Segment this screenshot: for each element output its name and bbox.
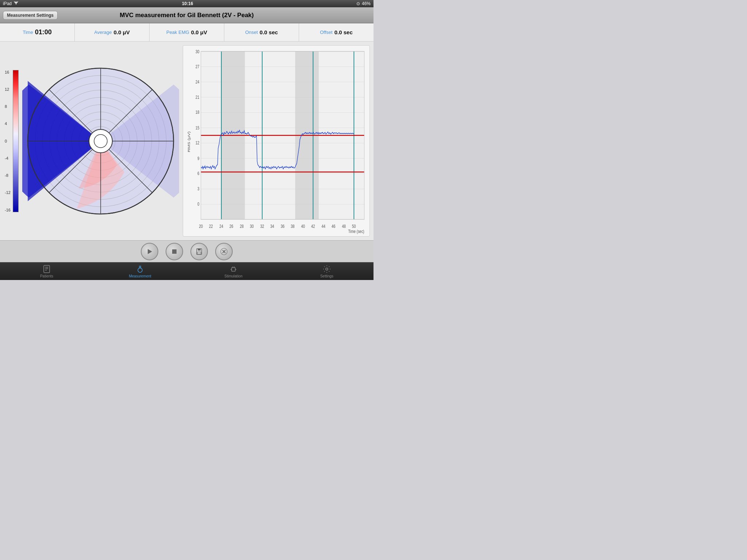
svg-text:22: 22	[209, 224, 213, 229]
carrier-label: iPad	[3, 1, 12, 6]
svg-text:44: 44	[321, 224, 325, 229]
stop-button[interactable]	[166, 243, 183, 260]
svg-marker-67	[148, 249, 152, 254]
transport-controls	[0, 240, 374, 262]
status-bar: iPad 10:16 ⊙ 46%	[0, 0, 374, 7]
scale-label-8: 8	[5, 104, 11, 109]
tab-measurement[interactable]: Measurement	[93, 262, 187, 280]
tab-patients-label: Patients	[40, 274, 53, 278]
svg-text:40: 40	[301, 224, 305, 229]
tab-stimulation-label: Stimulation	[224, 274, 242, 278]
svg-text:Time (sec): Time (sec)	[348, 229, 364, 234]
status-bar-left: iPad	[3, 1, 19, 6]
play-button[interactable]	[141, 243, 158, 260]
svg-rect-80	[232, 268, 235, 271]
svg-text:28: 28	[240, 224, 244, 229]
battery-percent: 46%	[362, 1, 371, 6]
stat-offset: Offset 0.0 sec	[299, 23, 374, 41]
svg-rect-75	[44, 265, 50, 273]
scale-label-12: 12	[5, 87, 11, 92]
scale-label-4: 4	[5, 121, 11, 126]
color-scale: 16 12 8 4 0 -4 -8 -12 -16	[4, 63, 19, 219]
stat-peak-emg-label: Peak EMG	[166, 30, 189, 35]
color-scale-bar	[13, 70, 19, 212]
svg-text:46: 46	[332, 224, 336, 229]
tab-patients[interactable]: Patients	[0, 262, 93, 280]
emg-chart: 30 27 24 21 18 15 12 9 6 3 0 20 22 24 26…	[187, 49, 366, 234]
svg-text:21: 21	[196, 94, 200, 100]
stat-peak-emg: Peak EMG 0.0 μV	[150, 23, 224, 41]
svg-text:18: 18	[196, 110, 200, 115]
time-display: 10:16	[182, 1, 193, 6]
stat-offset-label: Offset	[320, 30, 332, 35]
settings-icon	[322, 265, 331, 273]
right-panel: 30 27 24 21 18 15 12 9 6 3 0 20 22 24 26…	[183, 45, 370, 237]
svg-text:20: 20	[199, 224, 203, 229]
stat-time-value: 01:00	[35, 28, 52, 36]
svg-text:6: 6	[197, 171, 199, 176]
svg-text:48: 48	[342, 224, 346, 229]
scale-label-16: 16	[5, 70, 11, 74]
svg-text:3: 3	[197, 186, 199, 191]
tab-settings-label: Settings	[320, 274, 333, 278]
scale-label-0: 0	[5, 139, 11, 143]
save-button[interactable]	[190, 243, 208, 260]
svg-text:38: 38	[291, 224, 295, 229]
stat-onset: Onset 0.0 sec	[224, 23, 299, 41]
tab-measurement-label: Measurement	[129, 274, 151, 278]
svg-text:34: 34	[270, 224, 274, 229]
stat-average: Average 0.0 μV	[75, 23, 150, 41]
svg-rect-71	[197, 252, 201, 254]
svg-text:36: 36	[280, 224, 285, 229]
close-button[interactable]	[215, 243, 233, 260]
wifi-icon	[13, 1, 19, 6]
scale-label-n8: -8	[5, 173, 11, 178]
scale-label-n4: -4	[5, 156, 11, 160]
nav-bar: Measurement Settings MVC measurement for…	[0, 7, 374, 23]
svg-point-79	[138, 268, 142, 272]
svg-text:30: 30	[250, 224, 254, 229]
tab-bar: Patients Measurement Stimulation Setting…	[0, 262, 374, 280]
svg-text:24: 24	[196, 79, 200, 85]
patients-icon	[42, 265, 51, 273]
measurement-icon	[136, 265, 144, 273]
stat-time: Time 01:00	[0, 23, 75, 41]
stat-offset-value: 0.0 sec	[334, 29, 353, 35]
status-bar-right: ⊙ 46%	[356, 1, 371, 6]
svg-text:15: 15	[196, 125, 200, 130]
svg-text:RMS (μV): RMS (μV)	[187, 131, 190, 152]
svg-rect-70	[198, 249, 201, 250]
svg-text:9: 9	[197, 156, 199, 161]
svg-text:12: 12	[196, 140, 200, 145]
svg-text:0: 0	[197, 201, 199, 206]
battery-icon: ⊙	[356, 1, 360, 6]
tab-stimulation[interactable]: Stimulation	[187, 262, 280, 280]
svg-rect-68	[172, 249, 177, 254]
scale-label-n16: -16	[5, 208, 11, 212]
svg-text:42: 42	[311, 224, 315, 229]
svg-text:24: 24	[219, 224, 223, 229]
stat-onset-label: Onset	[245, 30, 258, 35]
svg-text:27: 27	[196, 64, 200, 69]
tab-settings[interactable]: Settings	[280, 262, 374, 280]
stat-average-value: 0.0 μV	[113, 29, 129, 35]
main-content: 16 12 8 4 0 -4 -8 -12 -16	[0, 42, 374, 240]
svg-text:30: 30	[196, 49, 200, 54]
stimulation-icon	[229, 265, 238, 273]
svg-text:32: 32	[260, 224, 264, 229]
stats-bar: Time 01:00 Average 0.0 μV Peak EMG 0.0 μ…	[0, 23, 374, 42]
stat-time-label: Time	[23, 30, 33, 35]
radar-chart	[22, 63, 179, 219]
page-title: MVC measurement for Gil Bennett (2V - Pe…	[120, 12, 253, 19]
scale-label-n12: -12	[5, 190, 11, 195]
svg-text:26: 26	[229, 224, 233, 229]
svg-point-85	[326, 268, 328, 270]
svg-text:50: 50	[352, 224, 356, 229]
left-panel: 16 12 8 4 0 -4 -8 -12 -16	[4, 45, 179, 237]
back-button[interactable]: Measurement Settings	[3, 11, 58, 20]
stat-onset-value: 0.0 sec	[260, 29, 278, 35]
svg-point-13	[89, 129, 112, 153]
stat-peak-emg-value: 0.0 μV	[191, 29, 207, 35]
stat-average-label: Average	[94, 30, 112, 35]
